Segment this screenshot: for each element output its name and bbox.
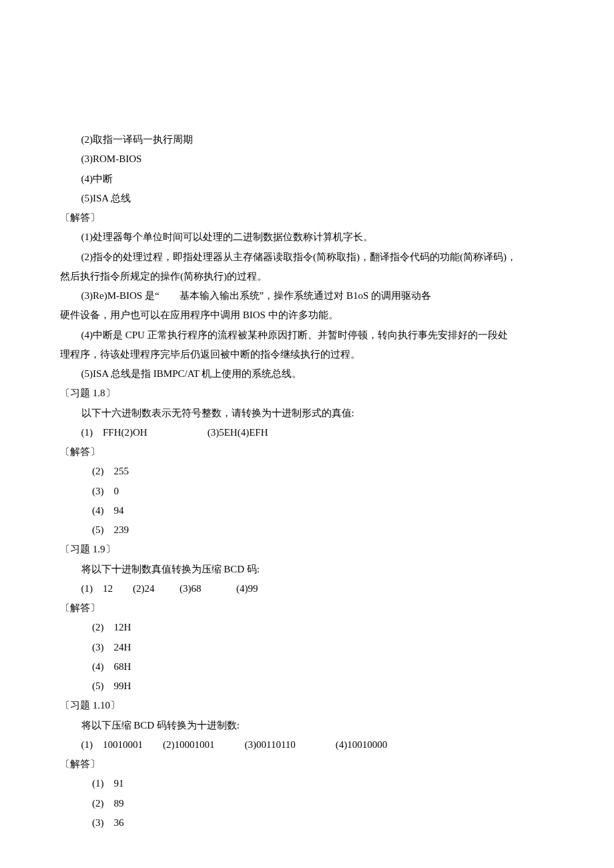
text-line: (3)Re)M-BIOS 是“ 基本输入输出系统”，操作系统通过对 B1oS 的… (60, 286, 554, 306)
text-line: (2) 255 (60, 462, 554, 481)
text-line: (3)ROM-BIOS (60, 149, 554, 169)
text-line: 〔解答〕 (60, 442, 554, 462)
text-line: (5) 99H (60, 677, 554, 696)
text-line: (2)取指一译码一执行周期 (60, 130, 554, 149)
text-line: 然后执行指令所规定的操作(简称执行)的过程。 (60, 267, 554, 286)
text-line: (4)中断 (60, 169, 554, 189)
text-line: 将以下十进制数真值转换为压缩 BCD 码: (60, 560, 554, 579)
text-line: (3) 36 (60, 813, 554, 833)
text-line: 〔习题 1.10〕 (60, 696, 554, 715)
text-line: (1)处理器每个单位时间可以处理的二进制数据位数称计算机字长。 (60, 228, 554, 247)
text-line: (3) 24H (60, 638, 554, 657)
text-line: (2) 89 (60, 794, 554, 813)
text-line: 〔习题 1.9〕 (60, 540, 554, 559)
text-line: (1) 12 (2)24 (3)68 (4)99 (60, 579, 554, 598)
text-line: (1) 91 (60, 774, 554, 793)
document-body: (2)取指一译码一执行周期(3)ROM-BIOS(4)中断(5)ISA 总线〔解… (60, 130, 554, 833)
text-line: (2) 12H (60, 618, 554, 637)
text-line: 将以下压缩 BCD 码转换为十进制数: (60, 716, 554, 735)
text-line: (1) 10010001 (2)10001001 (3)00110110 (4)… (60, 735, 554, 755)
text-line: (2)指令的处理过程，即指处理器从主存储器读取指令(简称取指)，翻译指令代码的功… (60, 248, 554, 267)
text-line: (5)ISA 总线是指 IBMPC/AT 机上使用的系统总线。 (60, 364, 554, 384)
text-line: 〔习题 1.8〕 (60, 384, 554, 403)
text-line: 〔解答〕 (60, 598, 554, 618)
text-line: 理程序，待该处理程序完毕后仍返回被中断的指令继续执行的过程。 (60, 345, 554, 364)
text-line: (4) 94 (60, 501, 554, 520)
text-line: (1) FFH(2)OH (3)5EH(4)EFH (60, 423, 554, 442)
text-line: 〔解答〕 (60, 208, 554, 228)
text-line: (5) 239 (60, 520, 554, 540)
text-line: (4) 68H (60, 657, 554, 677)
text-line: (5)ISA 总线 (60, 189, 554, 208)
text-line: (3) 0 (60, 482, 554, 501)
text-line: 以下十六进制数表示无符号整数，请转换为十进制形式的真值: (60, 404, 554, 423)
text-line: 〔解答〕 (60, 755, 554, 774)
text-line: 硬件设备，用户也可以在应用程序中调用 BIOS 中的许多功能。 (60, 306, 554, 325)
text-line: (4)中断是 CPU 正常执行程序的流程被某种原因打断、并暂时停顿，转向执行事先… (60, 326, 554, 345)
